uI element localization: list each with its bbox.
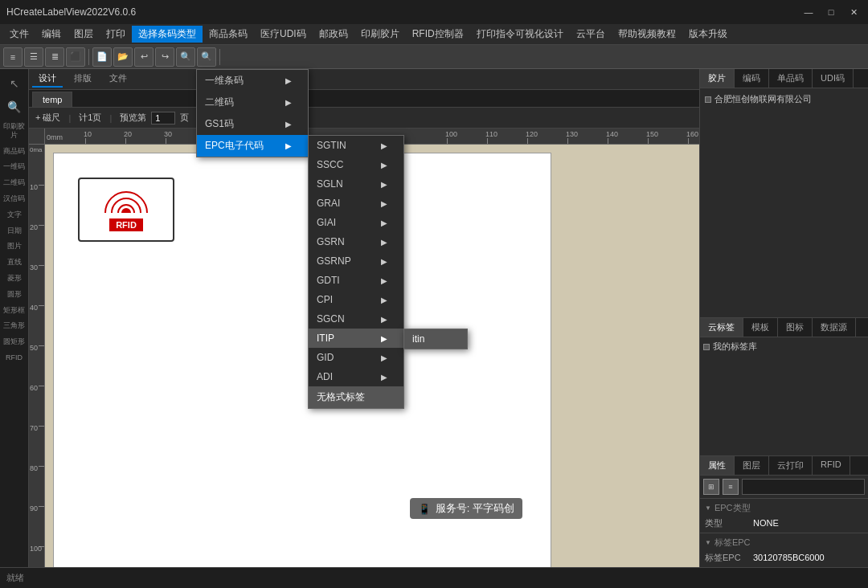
properties-area: 属性 图层 云打印 RFID ⊞ ≡ EPC类型 类型 NONE: [700, 455, 868, 568]
right-bottom-content: 我的标签库: [700, 337, 868, 455]
tool-undo[interactable]: ↩: [134, 47, 154, 67]
submenu-no-format[interactable]: 无格式标签: [309, 386, 403, 408]
right-tab-film[interactable]: 胶片: [700, 69, 735, 88]
submenu-adi[interactable]: ADI ▶: [309, 367, 403, 386]
sub-tab-design[interactable]: 设计: [32, 71, 63, 88]
menu-epc[interactable]: EPC电子代码 ▶ SGTIN ▶ SSCC ▶ SGLN ▶: [197, 135, 308, 157]
prop-epc-type-section: EPC类型 类型 NONE: [700, 499, 868, 533]
submenu-gsrn[interactable]: GSRN ▶: [309, 232, 403, 251]
far-left-triangle[interactable]: 三角形: [2, 318, 27, 333]
far-left-date[interactable]: 日期: [2, 223, 27, 239]
menu-edit[interactable]: 编辑: [35, 26, 68, 43]
arrow-icon: ▶: [285, 98, 292, 107]
minimize-button[interactable]: —: [800, 4, 817, 20]
far-left-2d[interactable]: 二维码: [2, 175, 27, 190]
far-left-rounded-rect[interactable]: 圆矩形: [2, 334, 27, 349]
tool-zoom[interactable]: 🔍: [2, 96, 27, 118]
tool-redo[interactable]: ↪: [155, 47, 174, 67]
right-tab-template[interactable]: 模板: [743, 318, 778, 337]
far-left-circle[interactable]: 圆形: [2, 287, 27, 302]
menu-layer[interactable]: 图层: [68, 26, 100, 43]
right-tab-udi[interactable]: UDI码: [813, 69, 854, 88]
arrow-icon: ▶: [285, 141, 292, 150]
menu-upgrade[interactable]: 版本升级: [682, 26, 734, 43]
prop-epc-type-header[interactable]: EPC类型: [700, 500, 868, 516]
prop-icon-list[interactable]: ≡: [723, 479, 739, 495]
menu-file[interactable]: 文件: [3, 26, 35, 43]
prop-tab-layer[interactable]: 图层: [735, 456, 769, 475]
tool-zoom-in[interactable]: 🔍: [176, 47, 195, 67]
submenu3-itin[interactable]: itin: [404, 329, 467, 349]
right-tab-icon[interactable]: 图标: [778, 318, 813, 337]
right-tab-cloud-label[interactable]: 云标签: [700, 318, 743, 337]
label-tab-temp[interactable]: temp: [32, 92, 72, 107]
close-button[interactable]: ✕: [845, 4, 862, 20]
prop-search-input[interactable]: [742, 479, 865, 495]
maximize-button[interactable]: □: [823, 4, 839, 20]
preview-label: 预览第: [120, 112, 146, 124]
menu-medical-udi[interactable]: 医疗UDI码: [254, 26, 313, 43]
far-left-image[interactable]: 图片: [2, 239, 27, 254]
submenu-sscc[interactable]: SSCC ▶: [309, 155, 403, 174]
menu-barcode-type[interactable]: 选择条码类型: [132, 26, 203, 43]
prop-icon-grid[interactable]: ⊞: [703, 479, 719, 495]
submenu-gid[interactable]: GID ▶: [309, 348, 403, 367]
menu-gs1[interactable]: GS1码 ▶: [197, 113, 308, 135]
far-left-hanxin[interactable]: 汉信码: [2, 191, 27, 206]
far-left-diamond[interactable]: 菱形: [2, 271, 27, 286]
submenu-itip[interactable]: ITIP ▶ itin: [309, 329, 403, 348]
sub-tab-layout[interactable]: 排版: [68, 71, 98, 88]
submenu-sgln[interactable]: SGLN ▶: [309, 174, 403, 194]
tool-align-left[interactable]: ≡: [3, 47, 23, 67]
prop-tab-cloud-print[interactable]: 云打印: [769, 456, 813, 475]
menu-cloud[interactable]: 云平台: [570, 26, 612, 43]
menu-print-viz[interactable]: 打印指令可视化设计: [470, 26, 570, 43]
submenu-gsrnp[interactable]: GSRNP ▶: [309, 251, 403, 271]
prop-label-epc-row: 标签EPC 30120785BC6000: [700, 550, 868, 566]
tool-align-center[interactable]: ☰: [24, 47, 43, 67]
far-left-text[interactable]: 文字: [2, 207, 27, 223]
menu-postal[interactable]: 邮政码: [313, 26, 354, 43]
submenu-grai[interactable]: GRAI ▶: [309, 194, 403, 213]
prop-label-epc-header[interactable]: 标签EPC: [700, 535, 868, 550]
menu-print[interactable]: 打印: [100, 26, 132, 43]
far-left-1d[interactable]: 一维码: [2, 159, 27, 174]
prop-tab-attribute[interactable]: 属性: [700, 456, 735, 475]
right-tab-datasource[interactable]: 数据源: [813, 318, 856, 337]
menu-rfid-ctrl[interactable]: RFID控制器: [406, 26, 470, 43]
submenu-sgcn[interactable]: SGCN ▶: [309, 309, 403, 329]
tool-pointer[interactable]: ↖: [2, 72, 27, 95]
submenu-sgtin[interactable]: SGTIN ▶: [309, 136, 403, 155]
far-left-rfid[interactable]: RFID: [2, 350, 27, 365]
far-left-line[interactable]: 直线: [2, 255, 27, 270]
tool-new[interactable]: 📄: [92, 47, 112, 67]
submenu-cpi[interactable]: CPI ▶: [309, 290, 403, 309]
submenu-gdti[interactable]: GDTI ▶: [309, 271, 403, 290]
right-tab-encode[interactable]: 编码: [735, 69, 769, 88]
tool-open[interactable]: 📂: [113, 47, 133, 67]
ruler-magnet[interactable]: + 磁尺: [35, 112, 60, 124]
tool-align-top[interactable]: ⬛: [66, 47, 85, 67]
prop-label-epc-value: 30120785BC6000: [753, 553, 863, 562]
far-left-film[interactable]: 印刷胶片: [2, 119, 27, 143]
far-left-rect-frame[interactable]: 矩形框: [2, 303, 27, 318]
sub-tab-file[interactable]: 文件: [103, 71, 133, 88]
menu-2d-code[interactable]: 二维码 ▶: [197, 92, 308, 113]
submenu-giai[interactable]: GIAI ▶: [309, 213, 403, 232]
arrow-icon: ▶: [381, 296, 387, 304]
arrow-icon: ▶: [285, 76, 292, 85]
page-number-input[interactable]: [151, 112, 175, 125]
menu-1d-barcode[interactable]: 一维条码 ▶: [197, 70, 308, 92]
app-title: HCreateLabelView2022V6.0.6: [6, 6, 136, 18]
right-bottom-tabs: 云标签 模板 图标 数据源: [700, 318, 868, 337]
far-left-goods[interactable]: 商品码: [2, 144, 27, 159]
rfid-sticker[interactable]: RFID: [78, 178, 174, 242]
prop-tab-rfid[interactable]: RFID: [813, 456, 850, 475]
prop-type-value: NONE: [753, 518, 863, 528]
menu-goods-barcode[interactable]: 商品条码: [203, 26, 254, 43]
menu-help[interactable]: 帮助视频教程: [612, 26, 682, 43]
tool-align-right[interactable]: ≣: [45, 47, 64, 67]
right-tab-single[interactable]: 单品码: [769, 69, 813, 88]
tool-zoom-out[interactable]: 🔍: [197, 47, 216, 67]
menu-film[interactable]: 印刷胶片: [354, 26, 406, 43]
